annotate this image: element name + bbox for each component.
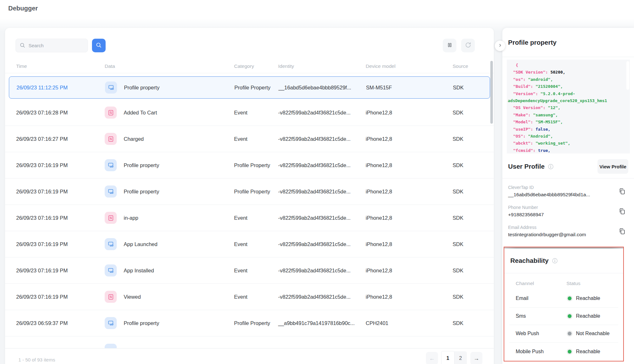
column-header-category: Category [234, 63, 278, 69]
reachability-column-headers: Channel Status [509, 280, 618, 287]
horizontal-scrollbar[interactable] [504, 247, 623, 249]
row-device-model: iPhone12,8 [366, 294, 453, 300]
row-time: 26/09/23 11:12:25 PM [16, 85, 105, 91]
toolbar [5, 28, 494, 52]
profile-property-icon [105, 238, 117, 250]
status-label: Reachable [576, 313, 600, 319]
toolbar-actions [443, 39, 484, 52]
user-profile-header: User Profile View Profile [508, 159, 628, 174]
row-category: Event [234, 136, 278, 142]
clevertap-id-field: CleverTap ID __16abd5d6ebae4bbb89529f4bd… [508, 185, 628, 198]
reachability-section: Reachability Channel Status Email Reacha… [504, 247, 624, 361]
row-device-model: iPhone12,8 [366, 189, 453, 195]
row-time: 26/09/23 07:16:19 PM [16, 162, 105, 168]
channel-label: Sms [509, 313, 566, 319]
row-time: 26/09/23 07:16:19 PM [16, 268, 105, 274]
row-event-name: Viewed [124, 294, 234, 300]
row-identity: -v822f599ab2ad4f36821c5de... [278, 241, 366, 247]
json-value: true, [538, 148, 550, 153]
status-label: Reachable [576, 296, 600, 301]
info-icon[interactable] [547, 163, 554, 170]
status-label: Reachable [576, 349, 600, 354]
profile-property-icon [105, 317, 117, 329]
reachability-row: Email Reachable [509, 290, 618, 308]
row-source: SDK [453, 110, 494, 116]
status-dot [568, 296, 572, 300]
event-icon [105, 212, 117, 224]
row-device-model: iPhone12,8 [366, 215, 453, 221]
copy-icon[interactable] [618, 207, 626, 215]
json-value: "5.2.0.4-prod- [540, 91, 575, 96]
table-row[interactable]: 26/09/23 07:16:28 PM Added To Cart Event… [5, 100, 494, 126]
view-profile-button[interactable]: View Profile [598, 159, 628, 174]
row-device-model: CPH2401 [366, 320, 453, 326]
row-category: Profile Property [234, 320, 278, 326]
row-event-name: Charged [124, 136, 234, 142]
column-header-channel: Channel [509, 281, 566, 286]
field-value: testintegrationdrbugger@gmail.com [508, 232, 628, 237]
reachability-title: Reachability [510, 257, 549, 264]
search-input[interactable] [16, 39, 88, 52]
column-header-time: Time [16, 63, 105, 69]
table-row[interactable]: 26/09/23 07:16:27 PM Charged Event -v822… [5, 126, 494, 152]
table-row[interactable]: 26/09/23 07:16:19 PM App Installed Event… [5, 257, 494, 284]
json-value: "12", [548, 105, 560, 110]
field-value: +918823568947 [508, 212, 628, 218]
json-value: "SM-M515F", [535, 120, 563, 124]
profile-property-json: { "SDK Version": 50200, "os": "android",… [507, 60, 630, 153]
profile-property-icon [105, 81, 117, 94]
channel-label: Email [509, 296, 566, 301]
reachability-table: Channel Status Email Reachable Sms Reach… [504, 280, 623, 360]
column-header-status: Status [566, 281, 580, 286]
phone-number-field: Phone Number +918823568947 [508, 205, 628, 218]
previous-page-button[interactable]: ← [426, 352, 438, 364]
row-device-model: iPhone12,8 [366, 241, 453, 247]
copy-icon[interactable] [618, 187, 626, 195]
pause-icon [447, 42, 453, 49]
code-scrollbar[interactable] [626, 61, 629, 90]
row-source: SDK [453, 136, 494, 142]
field-label: Email Address [508, 225, 628, 230]
table-row[interactable]: 26/09/23 07:16:19 PM App Launched Event … [5, 231, 494, 257]
search-button[interactable] [92, 39, 106, 52]
row-device-model: iPhone12,8 [366, 110, 453, 116]
table-scrollbar[interactable] [490, 61, 493, 124]
table-row[interactable]: 26/09/23 07:16:19 PM Profile property Pr… [5, 152, 494, 179]
table-row[interactable]: 26/09/23 07:16:19 PM Profile property Pr… [5, 179, 494, 205]
table-row-partial[interactable] [5, 336, 494, 348]
info-icon[interactable] [552, 257, 558, 264]
search-icon [19, 42, 26, 49]
profile-property-icon [105, 264, 117, 276]
page-button-1[interactable]: 1 [441, 351, 454, 364]
json-value: "working_set", [535, 141, 570, 146]
row-event-name: Added To Cart [124, 110, 234, 116]
row-time: 26/09/23 07:16:19 PM [16, 189, 105, 195]
page-button-2[interactable]: 2 [454, 351, 467, 364]
table-row[interactable]: 26/09/23 07:16:19 PM in-app Event -v822f… [5, 205, 494, 231]
search-icon [95, 42, 102, 49]
pause-button[interactable] [443, 39, 456, 52]
row-event-name: Profile property [124, 85, 234, 91]
table-row[interactable]: 26/09/23 11:12:25 PM Profile property Pr… [9, 76, 490, 99]
items-count: 1 - 50 of 93 items [18, 357, 55, 362]
column-header-device-model: Device model [366, 63, 453, 69]
table-row[interactable]: 26/09/23 06:59:37 PM Profile property Pr… [5, 310, 494, 336]
reachability-row: Sms Reachable [509, 308, 618, 325]
panel-title: Profile property [508, 39, 557, 46]
table-row[interactable]: 26/09/23 07:16:19 PM Viewed Event -v822f… [5, 284, 494, 310]
next-page-button[interactable]: → [470, 352, 482, 364]
row-event-name: App Launched [124, 241, 234, 247]
debugger-screen: Debugger [0, 0, 634, 364]
refresh-button[interactable] [461, 39, 475, 52]
json-value: false, [535, 127, 550, 132]
copy-icon[interactable] [618, 227, 626, 235]
reachability-header: Reachability [510, 256, 618, 265]
row-device-model: iPhone12,8 [366, 268, 453, 274]
reachability-row: Mobile Push Reachable [509, 343, 618, 361]
channel-label: Web Push [509, 331, 566, 336]
collapse-panel-button[interactable] [495, 41, 505, 51]
row-time: 26/09/23 07:16:19 PM [16, 241, 105, 247]
events-card: Time Data Category Identity Device model… [5, 28, 494, 364]
divider [504, 273, 623, 273]
json-value: "android", [528, 77, 553, 82]
